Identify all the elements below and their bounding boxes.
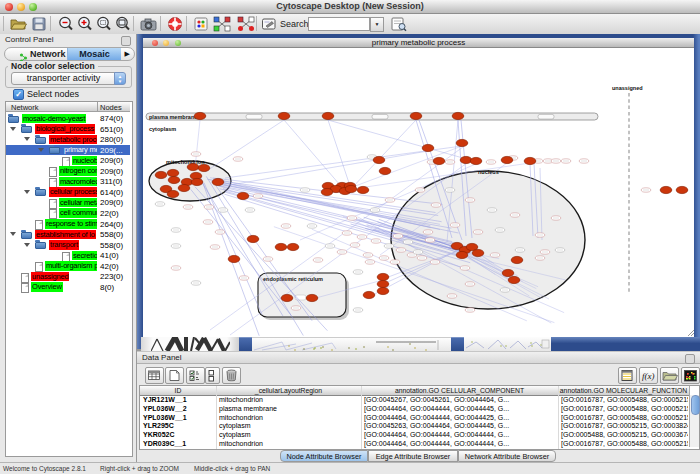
svg-text:unassigned: unassigned (612, 85, 643, 91)
svg-text:f(x): f(x) (642, 371, 655, 381)
svg-text:mitochondrion: mitochondrion (166, 159, 205, 165)
svg-text:endoplasmic reticulum: endoplasmic reticulum (263, 276, 323, 282)
svg-text:cytoplasm: cytoplasm (149, 126, 176, 132)
svg-text:plasma membrane: plasma membrane (149, 114, 197, 120)
